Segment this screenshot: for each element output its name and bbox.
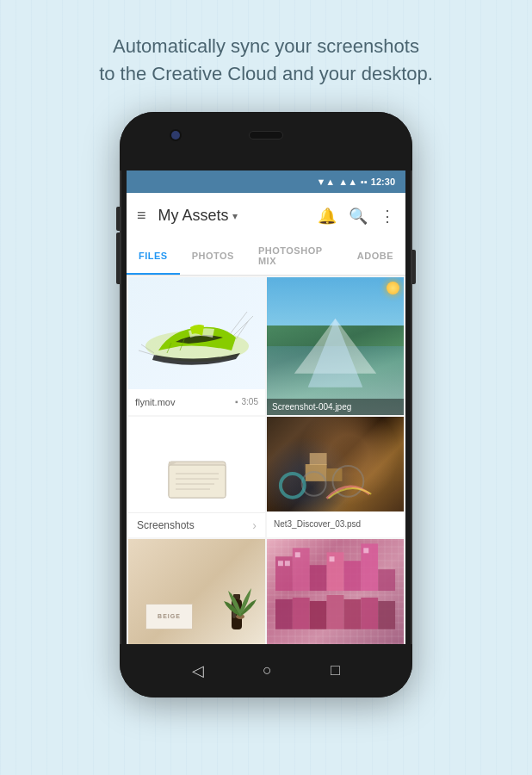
app-bar: ≡ My Assets ▾ 🔔 🔍 ⋮ <box>127 193 405 239</box>
svg-rect-26 <box>275 599 293 629</box>
battery-icon: ▪▪ <box>361 177 368 187</box>
svg-rect-23 <box>343 561 361 591</box>
app-title: My Assets ▾ <box>158 207 318 225</box>
psd-label: Net3_Discover_03.psd <box>267 512 404 537</box>
volume-down-button <box>116 239 120 264</box>
volume-up-button <box>116 207 120 231</box>
shoe-thumbnail <box>128 277 265 389</box>
more-options-icon[interactable]: ⋮ <box>380 207 395 226</box>
recents-button[interactable]: □ <box>331 661 340 679</box>
file-item-collage[interactable]: Screenshot-004.jpeg <box>267 277 404 415</box>
file-item-still-life[interactable]: BEIGE <box>128 539 265 644</box>
collage-cell-1 <box>267 277 335 323</box>
svg-rect-35 <box>295 552 300 557</box>
psd-thumbnail <box>267 417 404 512</box>
status-bar: ▼▲ ▲▲ ▪▪ 12:30 <box>127 170 405 193</box>
shoe-svg <box>137 294 257 372</box>
file-label-shoe: flynit.mov ▪ 3:05 <box>128 389 265 415</box>
plant-svg <box>224 584 257 627</box>
tab-photoshop-mix[interactable]: PHOTOSHOP MIX <box>246 239 345 275</box>
svg-rect-37 <box>363 548 368 553</box>
svg-rect-4 <box>169 465 226 498</box>
psd-scene-svg <box>267 417 404 512</box>
home-button[interactable]: ○ <box>263 661 272 679</box>
earpiece-speaker <box>249 131 283 140</box>
back-button[interactable]: ◁ <box>192 661 204 680</box>
tab-photos[interactable]: PHOTOS <box>180 239 246 275</box>
folder-chevron-icon: › <box>252 518 257 532</box>
svg-rect-33 <box>278 561 283 566</box>
clock: 12:30 <box>371 177 395 187</box>
signal-icon: ▲▲ <box>338 177 357 187</box>
collage-label: Screenshot-004.jpeg <box>267 399 404 415</box>
svg-rect-29 <box>327 595 344 629</box>
svg-rect-21 <box>310 565 327 591</box>
tab-adobe[interactable]: ADOBE <box>345 239 405 275</box>
tab-bar: FILES PHOTOS PHOTOSHOP MIX ADOBE <box>127 239 405 276</box>
bell-icon[interactable]: 🔔 <box>318 207 337 226</box>
svg-rect-30 <box>343 599 361 629</box>
phone-top-bezel <box>120 112 412 170</box>
search-icon[interactable]: 🔍 <box>349 207 368 226</box>
svg-rect-25 <box>378 569 395 591</box>
promo-header: Automatically sync your screenshots to t… <box>73 33 459 88</box>
app-bar-actions: 🔔 🔍 ⋮ <box>318 207 395 226</box>
phone-mockup: ▼▲ ▲▲ ▪▪ 12:30 ≡ My Assets ▾ 🔔 🔍 ⋮ FILES <box>120 112 412 698</box>
phone-screen: ▼▲ ▲▲ ▪▪ 12:30 ≡ My Assets ▾ 🔔 🔍 ⋮ FILES <box>127 170 405 644</box>
hamburger-menu-icon[interactable]: ≡ <box>137 207 146 225</box>
file-item-psd[interactable]: Net3_Discover_03.psd <box>267 417 404 537</box>
svg-rect-27 <box>293 598 310 629</box>
pixel-art-svg <box>267 539 404 644</box>
folder-label-row: Screenshots › <box>128 512 265 537</box>
files-grid: flynit.mov ▪ 3:05 <box>127 276 405 644</box>
video-duration: ▪ 3:05 <box>235 397 258 406</box>
svg-rect-34 <box>285 561 290 566</box>
wifi-icon: ▼▲ <box>316 177 335 187</box>
dropdown-arrow-icon[interactable]: ▾ <box>232 210 238 222</box>
file-item-shoe[interactable]: flynit.mov ▪ 3:05 <box>128 277 265 415</box>
svg-rect-31 <box>361 598 378 629</box>
svg-point-14 <box>281 474 305 498</box>
file-item-folder[interactable]: Screenshots › <box>128 417 265 537</box>
video-icon: ▪ <box>235 397 238 406</box>
front-camera <box>171 131 180 140</box>
file-item-pixel-art[interactable] <box>267 539 404 644</box>
status-icons: ▼▲ ▲▲ ▪▪ 12:30 <box>316 177 395 187</box>
tab-files[interactable]: FILES <box>127 239 180 275</box>
svg-rect-32 <box>378 601 395 629</box>
svg-rect-36 <box>330 556 335 561</box>
svg-rect-28 <box>310 601 327 629</box>
svg-rect-11 <box>310 453 327 465</box>
folder-svg <box>167 453 227 500</box>
phone-bottom-bezel: ◁ ○ □ <box>120 644 412 698</box>
book-label: BEIGE <box>145 604 193 629</box>
